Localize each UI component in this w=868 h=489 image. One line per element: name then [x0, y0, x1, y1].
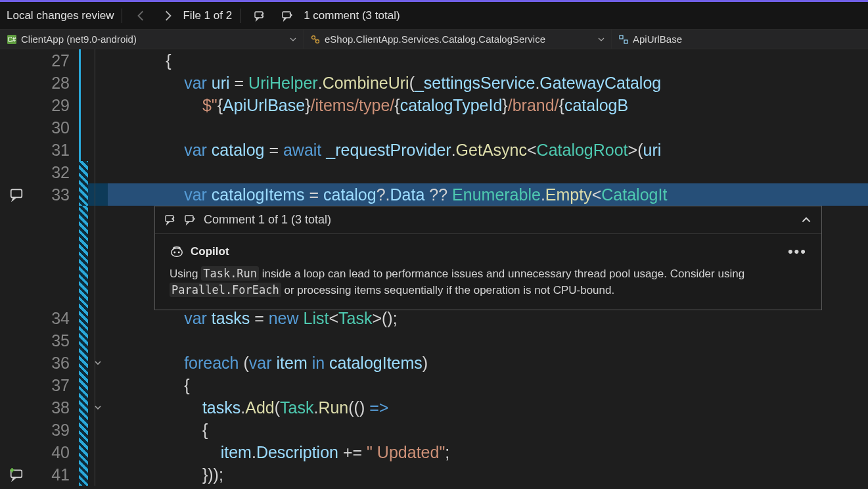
svg-rect-10: [185, 216, 193, 221]
divider: [240, 9, 240, 23]
svg-rect-1: [283, 12, 290, 18]
prev-comment-button[interactable]: [248, 7, 272, 25]
breadcrumb-bar: C# ClientApp (net9.0-android) eShop.Clie…: [0, 30, 868, 49]
chevron-up-icon: [800, 214, 812, 225]
line-number: 34: [33, 307, 79, 329]
comment-card: Comment 1 of 1 (3 total) Copilot ••• Usi…: [154, 206, 822, 310]
member-crumb[interactable]: ApiUrlBase: [612, 30, 868, 49]
review-title: Local changes review: [7, 9, 114, 22]
fold-toggle[interactable]: [88, 352, 108, 374]
class-icon: [310, 34, 321, 45]
next-comment-inline-button[interactable]: [184, 213, 197, 226]
line-number: 39: [33, 419, 79, 441]
collapse-comment-button[interactable]: [800, 214, 812, 225]
comment-body: Copilot ••• Using Task.Run inside a loop…: [155, 234, 821, 310]
line-number: 29: [33, 94, 79, 116]
property-icon: [618, 34, 629, 45]
next-file-button[interactable]: [156, 7, 179, 24]
comment-summary: 1 comment (3 total): [304, 9, 400, 22]
divider: [122, 9, 122, 23]
fold-toggle[interactable]: [88, 396, 108, 419]
svg-point-11: [171, 248, 183, 256]
code-line: 27 {: [0, 49, 868, 72]
line-number: 40: [33, 441, 79, 463]
code-line: 38 tasks.Add(Task.Run(() =>: [0, 396, 868, 419]
code-line: 41 }));: [0, 463, 868, 486]
svg-rect-7: [624, 40, 628, 43]
prev-comment-inline-button[interactable]: [164, 213, 177, 226]
line-number: 38: [33, 396, 79, 419]
comment-peek-row: Comment 1 of 1 (3 total) Copilot ••• Usi…: [0, 206, 868, 307]
code-line: 32: [0, 161, 868, 183]
comment-author: Copilot: [191, 244, 229, 259]
comment-counter: Comment 1 of 1 (3 total): [204, 212, 331, 228]
svg-rect-8: [11, 189, 22, 197]
line-number: 33: [33, 183, 79, 206]
line-number: 32: [33, 161, 79, 183]
code-line: 39 {: [0, 419, 868, 441]
comment-actions-button[interactable]: •••: [788, 242, 807, 262]
csharp-project-icon: C#: [7, 34, 17, 45]
code-line-highlighted: 33 var catalogItems = catalog?.Data ?? E…: [0, 183, 868, 206]
dropdown-icon: [290, 34, 296, 45]
chevron-down-icon: [93, 358, 103, 367]
file-counter: File 1 of 2: [183, 9, 232, 22]
comment-text: Using Task.Run inside a loop can lead to…: [170, 266, 807, 299]
svg-point-4: [312, 35, 315, 39]
line-number: 41: [33, 463, 79, 486]
line-number: 28: [33, 72, 79, 94]
review-toolbar: Local changes review File 1 of 2 1 comme…: [0, 2, 868, 30]
code-line: 29 $"{ApiUrlBase}/items/type/{catalogTyp…: [0, 94, 868, 116]
svg-text:C#: C#: [8, 36, 16, 43]
code-line: 35: [0, 329, 868, 352]
next-comment-button[interactable]: [276, 7, 300, 25]
add-comment-glyph[interactable]: [0, 463, 33, 486]
code-line: 36 foreach (var item in catalogItems): [0, 352, 868, 374]
code-editor[interactable]: 27 { 28 var uri = UriHelper.CombineUri(_…: [0, 49, 868, 489]
svg-point-12: [173, 251, 175, 253]
add-comment-icon: [9, 467, 24, 482]
project-name: ClientApp (net9.0-android): [21, 34, 137, 45]
code-line: 34 var tasks = new List<Task>();: [0, 307, 868, 329]
member-name: ApiUrlBase: [633, 34, 682, 45]
comment-card-header: Comment 1 of 1 (3 total): [155, 206, 821, 234]
code-line: 37 {: [0, 374, 868, 396]
namespace-name: eShop.ClientApp.Services.Catalog.Catalog…: [325, 34, 545, 45]
line-number: 30: [33, 116, 79, 139]
line-number: 35: [33, 329, 79, 352]
code-line: 31 var catalog = await _requestProvider.…: [0, 139, 868, 161]
comment-glyph[interactable]: [0, 183, 33, 206]
dropdown-icon: [598, 34, 605, 45]
line-number: 27: [33, 49, 79, 72]
namespace-crumb[interactable]: eShop.ClientApp.Services.Catalog.Catalog…: [304, 30, 612, 49]
chevron-down-icon: [93, 403, 103, 412]
prev-file-button[interactable]: [130, 7, 152, 24]
code-line: 30: [0, 116, 868, 139]
svg-point-13: [178, 251, 180, 253]
line-number: 37: [33, 374, 79, 396]
line-number: 31: [33, 139, 79, 161]
project-crumb[interactable]: C# ClientApp (net9.0-android): [0, 30, 304, 49]
copilot-icon: [170, 244, 184, 259]
line-number: 36: [33, 352, 79, 374]
svg-rect-6: [620, 35, 623, 39]
svg-point-5: [316, 39, 319, 43]
code-line: 28 var uri = UriHelper.CombineUri(_setti…: [0, 72, 868, 94]
comment-bubble-icon: [9, 187, 24, 202]
code-line: 40 item.Description += " Updated";: [0, 441, 868, 463]
